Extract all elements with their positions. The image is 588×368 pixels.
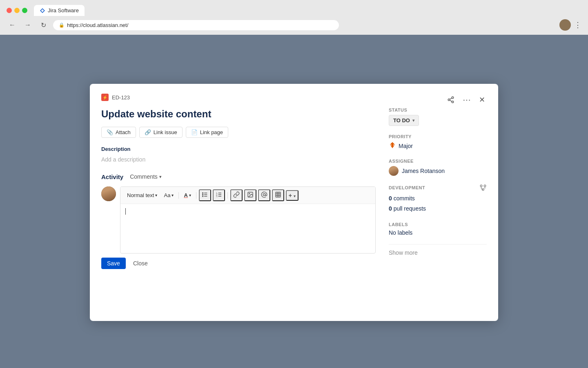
issue-id-text: ED-123 bbox=[112, 94, 130, 101]
more-toolbar-chevron: ▾ bbox=[294, 194, 296, 198]
browser-avatar[interactable] bbox=[559, 19, 571, 31]
traffic-lights bbox=[7, 8, 27, 13]
editor-content-area[interactable] bbox=[120, 204, 375, 253]
issue-modal: ED-123 ⋯ ✕ Update w bbox=[90, 84, 498, 321]
back-button[interactable]: ← bbox=[7, 19, 18, 31]
svg-point-9 bbox=[202, 194, 203, 195]
branch-icon[interactable] bbox=[479, 184, 487, 193]
assignee-avatar bbox=[389, 166, 399, 176]
issue-type-icon bbox=[101, 94, 109, 101]
browser-tab[interactable]: Jira Software bbox=[34, 5, 85, 16]
current-user-avatar bbox=[101, 186, 116, 201]
comments-dropdown[interactable]: Comments ▾ bbox=[127, 173, 164, 181]
font-size-button[interactable]: Aa ▾ bbox=[161, 191, 176, 200]
image-button[interactable] bbox=[244, 189, 256, 201]
attach-button[interactable]: 📎 Attach bbox=[101, 127, 136, 138]
issue-title: Update website content bbox=[101, 108, 376, 120]
status-chevron-icon: ▾ bbox=[412, 118, 414, 123]
description-placeholder[interactable]: Add a description bbox=[101, 155, 376, 164]
attach-icon: 📎 bbox=[107, 129, 113, 135]
font-color-icon: A bbox=[184, 192, 187, 198]
save-button[interactable]: Save bbox=[101, 258, 126, 269]
more-toolbar-button[interactable]: + ▾ bbox=[286, 190, 298, 201]
labels-label: LABELS bbox=[389, 222, 487, 227]
right-panel: STATUS TO DO ▾ PRIORITY bbox=[389, 108, 487, 310]
svg-point-2 bbox=[452, 101, 454, 103]
priority-section: PRIORITY Major bbox=[389, 134, 487, 150]
status-dropdown[interactable]: TO DO ▾ bbox=[389, 115, 419, 126]
link-page-icon: 📄 bbox=[191, 129, 198, 135]
modal-body: Update website content 📎 Attach 🔗 Link i… bbox=[101, 108, 487, 310]
commits-label: commits bbox=[394, 195, 415, 202]
modal-header: ED-123 ⋯ ✕ bbox=[101, 94, 487, 106]
comments-label: Comments bbox=[130, 173, 158, 180]
traffic-light-close[interactable] bbox=[7, 8, 12, 13]
commits-row: 0 commits bbox=[389, 193, 487, 204]
mention-button[interactable] bbox=[258, 189, 270, 201]
page-background: ED-123 ⋯ ✕ Update w bbox=[0, 35, 588, 368]
bullet-list-button[interactable] bbox=[199, 189, 211, 201]
close-comment-button[interactable]: Close bbox=[129, 258, 152, 269]
font-color-button[interactable]: A ▾ bbox=[181, 191, 193, 200]
action-buttons: 📎 Attach 🔗 Link issue 📄 Link page bbox=[101, 127, 376, 138]
text-style-dropdown[interactable]: Normal text ▾ bbox=[125, 191, 160, 200]
font-color-chevron: ▾ bbox=[189, 193, 191, 197]
svg-point-18 bbox=[249, 193, 249, 194]
more-options-button[interactable]: ⋯ bbox=[461, 94, 472, 105]
url-text: https://cloud.atlassian.net/ bbox=[67, 22, 128, 28]
assignee-label: ASSIGNEE bbox=[389, 159, 487, 164]
development-section: DEVELOPMENT 0 commits bbox=[389, 184, 487, 214]
comment-footer: Save Close bbox=[101, 258, 376, 269]
status-section: STATUS TO DO ▾ bbox=[389, 108, 487, 126]
activity-label: Activity bbox=[101, 173, 123, 180]
link-button[interactable] bbox=[230, 189, 243, 201]
text-style-label: Normal text bbox=[127, 192, 154, 198]
browser-addressbar: ← → ↻ 🔒 https://cloud.atlassian.net/ ⋮ bbox=[0, 19, 588, 35]
left-panel: Update website content 📎 Attach 🔗 Link i… bbox=[101, 108, 376, 310]
assignee-section: ASSIGNEE James Rotanson bbox=[389, 159, 487, 176]
link-issue-icon: 🔗 bbox=[145, 129, 151, 135]
link-page-button[interactable]: 📄 Link page bbox=[186, 127, 228, 138]
share-button[interactable] bbox=[445, 94, 456, 105]
more-dots-icon: ⋯ bbox=[463, 96, 471, 104]
commits-count: 0 bbox=[389, 195, 392, 202]
svg-line-3 bbox=[450, 100, 452, 101]
labels-value[interactable]: No labels bbox=[389, 229, 487, 236]
modal-action-buttons: ⋯ ✕ bbox=[445, 94, 487, 106]
traffic-light-minimize[interactable] bbox=[14, 8, 20, 13]
show-more-button[interactable]: Show more bbox=[389, 249, 487, 256]
browser-menu-dots[interactable]: ⋮ bbox=[574, 20, 581, 29]
refresh-button[interactable]: ↻ bbox=[38, 19, 49, 31]
priority-value: Major bbox=[399, 143, 413, 149]
issue-id-row: ED-123 bbox=[101, 94, 130, 101]
comment-area: Normal text ▾ Aa ▾ A ▾ bbox=[101, 186, 376, 254]
close-modal-button[interactable]: ✕ bbox=[477, 94, 487, 106]
link-issue-button[interactable]: 🔗 Link issue bbox=[139, 127, 183, 138]
comment-editor: Normal text ▾ Aa ▾ A ▾ bbox=[120, 186, 376, 254]
priority-icon bbox=[389, 141, 396, 150]
attach-label: Attach bbox=[116, 129, 131, 135]
forward-button[interactable]: → bbox=[22, 19, 33, 31]
status-label: STATUS bbox=[389, 108, 487, 112]
traffic-light-maximize[interactable] bbox=[22, 8, 27, 13]
browser-chrome: Jira Software ← → ↻ 🔒 https://cloud.atla… bbox=[0, 0, 588, 35]
svg-point-25 bbox=[480, 185, 482, 187]
priority-label: PRIORITY bbox=[389, 134, 487, 139]
activity-section: Activity Comments ▾ bbox=[101, 173, 376, 269]
jira-logo-icon bbox=[40, 8, 45, 13]
divider bbox=[389, 244, 487, 245]
svg-line-4 bbox=[450, 98, 452, 99]
description-label: Description bbox=[101, 146, 376, 152]
tab-title: Jira Software bbox=[48, 7, 79, 13]
table-button[interactable] bbox=[272, 189, 284, 201]
editor-toolbar: Normal text ▾ Aa ▾ A ▾ bbox=[120, 187, 375, 204]
toolbar-separator-2 bbox=[196, 192, 196, 199]
assignee-name: James Rotanson bbox=[402, 168, 445, 174]
svg-rect-20 bbox=[276, 192, 281, 197]
address-bar[interactable]: 🔒 https://cloud.atlassian.net/ bbox=[53, 20, 339, 30]
priority-row[interactable]: Major bbox=[389, 141, 487, 150]
svg-point-26 bbox=[484, 185, 486, 187]
text-cursor bbox=[125, 208, 126, 215]
ordered-list-button[interactable]: 1. 2. 3. bbox=[213, 189, 225, 201]
assignee-row[interactable]: James Rotanson bbox=[389, 166, 487, 176]
